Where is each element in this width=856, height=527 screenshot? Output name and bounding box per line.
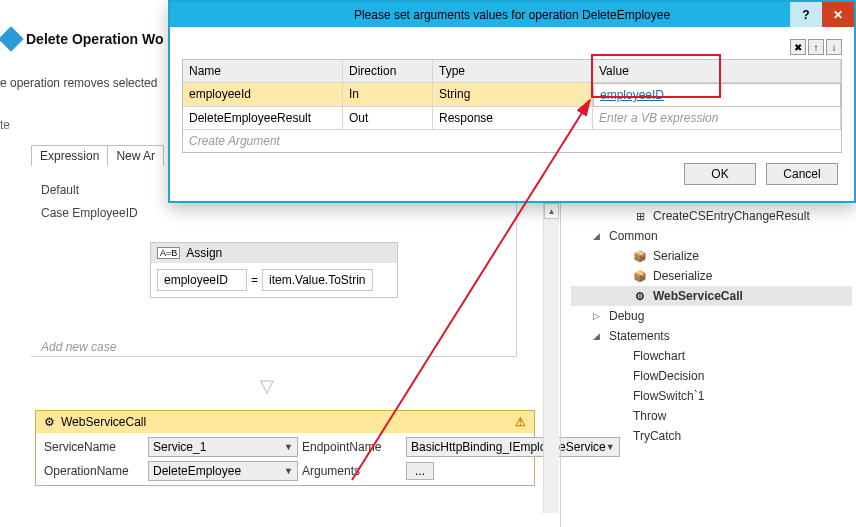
expand-icon[interactable]: ▷ — [593, 311, 603, 321]
flow-arrow-icon: ▽ — [260, 375, 274, 397]
servicename-combo[interactable]: Service_1▼ — [148, 437, 298, 457]
tree-item[interactable]: TryCatch — [571, 426, 852, 446]
cancel-button[interactable]: Cancel — [766, 163, 838, 185]
node-icon: ⊞ — [633, 209, 647, 223]
tree-item-label: Deserialize — [653, 269, 712, 283]
webservicecall-activity[interactable]: ⚙ WebServiceCall ⚠ ServiceName Service_1… — [35, 410, 535, 486]
wizard-icon — [0, 26, 24, 51]
node-icon: 📦 — [633, 269, 647, 283]
assign-title: Assign — [186, 246, 222, 260]
cell-name[interactable]: employeeId — [183, 83, 343, 107]
activity-tree: ⊞CreateCSEntryChangeResult◢Common📦Serial… — [560, 200, 856, 527]
assign-left[interactable]: employeeID — [157, 269, 247, 291]
warning-icon: ⚠ — [515, 415, 526, 429]
tree-item-label: Flowchart — [633, 349, 685, 363]
default-label: Default — [41, 183, 79, 197]
arguments-label: Arguments — [302, 464, 402, 478]
arguments-button[interactable]: ... — [406, 462, 434, 480]
chevron-down-icon: ▼ — [284, 466, 293, 476]
tree-item-label: Serialize — [653, 249, 699, 263]
tree-item[interactable]: Throw — [571, 406, 852, 426]
assign-icon: A=B — [157, 247, 180, 259]
tree-item[interactable]: FlowDecision — [571, 366, 852, 386]
tree-item-label: Debug — [609, 309, 644, 323]
move-down-button[interactable]: ↓ — [826, 39, 842, 55]
create-argument[interactable]: Create Argument — [183, 130, 841, 152]
tree-item[interactable]: ◢Common — [571, 226, 852, 246]
tree-item[interactable]: ▷Debug — [571, 306, 852, 326]
cell-name[interactable]: DeleteEmployeeResult — [183, 107, 343, 130]
tree-item-label: Throw — [633, 409, 666, 423]
dialog-title: Please set arguments values for operatio… — [354, 8, 670, 22]
servicename-label: ServiceName — [44, 440, 144, 454]
assign-right[interactable]: item.Value.ToStrin — [262, 269, 373, 291]
chevron-down-icon: ▼ — [284, 442, 293, 452]
truncated-text: te — [0, 118, 10, 132]
tree-item-label: FlowSwitch`1 — [633, 389, 704, 403]
cell-value[interactable]: employeeID — [593, 83, 841, 107]
tree-item[interactable]: 📦Serialize — [571, 246, 852, 266]
cell-direction[interactable]: Out — [343, 107, 433, 130]
col-value[interactable]: Value — [593, 60, 841, 83]
page-title: Delete Operation Wo — [26, 31, 163, 47]
node-icon: ⚙ — [633, 289, 647, 303]
help-button[interactable]: ? — [790, 2, 822, 27]
tree-item[interactable]: 📦Deserialize — [571, 266, 852, 286]
vertical-scrollbar[interactable]: ▲ — [543, 203, 559, 513]
endpoint-label: EndpointName — [302, 440, 402, 454]
wsc-title: WebServiceCall — [61, 415, 146, 429]
delete-row-button[interactable]: ✖ — [790, 39, 806, 55]
page-subtitle: e operation removes selected — [0, 76, 157, 90]
operation-label: OperationName — [44, 464, 144, 478]
node-icon: 📦 — [633, 249, 647, 263]
tree-item[interactable]: ⊞CreateCSEntryChangeResult — [571, 206, 852, 226]
tree-item-label: WebServiceCall — [653, 289, 743, 303]
arguments-grid: Name Direction Type Value employeeId In … — [182, 59, 842, 153]
tree-item[interactable]: Flowchart — [571, 346, 852, 366]
ok-button[interactable]: OK — [684, 163, 756, 185]
cell-type[interactable]: String — [433, 83, 593, 107]
assign-activity[interactable]: A=B Assign employeeID = item.Value.ToStr… — [150, 242, 398, 298]
grid-header: Name Direction Type Value — [183, 60, 841, 83]
tree-item-label: TryCatch — [633, 429, 681, 443]
tree-item-label: CreateCSEntryChangeResult — [653, 209, 810, 223]
tree-item[interactable]: ◢Statements — [571, 326, 852, 346]
case-label: Case EmployeeID — [41, 206, 138, 220]
gear-icon: ⚙ — [44, 415, 55, 429]
move-up-button[interactable]: ↑ — [808, 39, 824, 55]
col-name[interactable]: Name — [183, 60, 343, 83]
assign-op: = — [251, 273, 258, 287]
tab-expression[interactable]: Expression — [31, 145, 108, 166]
expand-icon[interactable]: ◢ — [593, 231, 603, 241]
cell-value-placeholder[interactable]: Enter a VB expression — [593, 107, 841, 130]
col-direction[interactable]: Direction — [343, 60, 433, 83]
tree-item[interactable]: FlowSwitch`1 — [571, 386, 852, 406]
cell-type[interactable]: Response — [433, 107, 593, 130]
grid-row[interactable]: DeleteEmployeeResult Out Response Enter … — [183, 107, 841, 130]
tree-item-label: Common — [609, 229, 658, 243]
cell-direction[interactable]: In — [343, 83, 433, 107]
operation-combo[interactable]: DeleteEmployee▼ — [148, 461, 298, 481]
tab-new-arg[interactable]: New Ar — [108, 145, 164, 166]
expand-icon[interactable]: ◢ — [593, 331, 603, 341]
close-button[interactable]: ✕ — [822, 2, 854, 27]
add-new-case[interactable]: Add new case — [41, 340, 116, 354]
expression-tabs: Expression New Ar — [31, 145, 164, 166]
grid-row[interactable]: employeeId In String employeeID — [183, 83, 841, 107]
col-type[interactable]: Type — [433, 60, 593, 83]
tree-item-label: FlowDecision — [633, 369, 704, 383]
tree-item-label: Statements — [609, 329, 670, 343]
scroll-up-icon[interactable]: ▲ — [544, 203, 559, 219]
arguments-dialog: Please set arguments values for operatio… — [168, 0, 856, 203]
tree-item[interactable]: ⚙WebServiceCall — [571, 286, 852, 306]
